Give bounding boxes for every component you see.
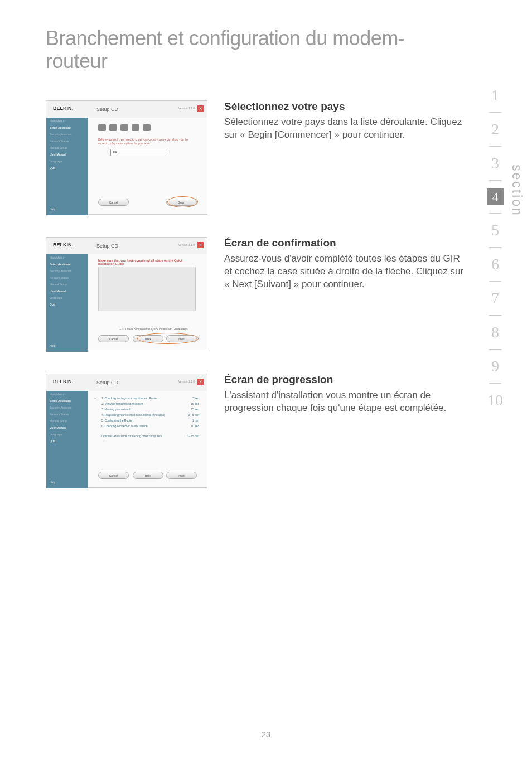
sidebar-manual-setup-2[interactable]: Manual Setup (46, 281, 88, 288)
sidebar-security-assistant[interactable]: Security Assistant (46, 131, 88, 138)
sidebar-help-2[interactable]: Help (50, 344, 55, 347)
sidebar-user-manual-2[interactable]: User Manual (46, 288, 88, 294)
progress-item-6: 6. Checking connection to the internet10… (101, 424, 199, 428)
close-icon-2[interactable]: X (197, 242, 204, 248)
text-column-1: Sélectionnez votre pays Sélectionnez vot… (224, 100, 486, 215)
sidebar-security-assistant-2[interactable]: Security Assistant (46, 268, 88, 274)
version-label-2: Version 1.1.0 (178, 243, 195, 246)
section-row-1: BELKIN. Setup CD Version 1.1.0 X Main Me… (46, 100, 486, 215)
heading-2: Écran de confirmation (224, 237, 470, 249)
cancel-button-3[interactable]: Cancel (98, 472, 129, 479)
progress-label-1: 1. Checking settings on computer and Rou… (101, 396, 157, 400)
sidebar-network-status[interactable]: Network Status (46, 138, 88, 144)
sidebar-setup-assistant[interactable]: Setup Assistant (46, 124, 88, 131)
country-dropdown[interactable]: UK (110, 149, 166, 156)
sidebar-manual-setup-3[interactable]: Manual Setup (46, 418, 88, 424)
heading-3: Écran de progression (224, 374, 470, 386)
close-icon-3[interactable]: X (197, 379, 204, 385)
sidebar-main-menu-2[interactable]: Main Menu > (46, 254, 88, 261)
nav-10[interactable]: 10 (487, 391, 503, 409)
nav-sep (489, 315, 501, 316)
nav-3[interactable]: 3 (491, 154, 499, 172)
cancel-button-2[interactable]: Cancel (98, 335, 129, 342)
title-line-1: Branchement et configuration du modem- (46, 27, 404, 50)
cloud-icon (132, 124, 139, 131)
close-icon[interactable]: X (197, 105, 204, 112)
nav-sep (489, 180, 501, 181)
progress-label-5: 5. Configuring the Router (101, 419, 133, 422)
screenshot-progress: BELKIN. Setup CD Version 1.1.0 X Main Me… (46, 374, 207, 488)
highlight-circle-begin (167, 196, 198, 207)
progress-label-6: 6. Checking connection to the internet (101, 424, 148, 428)
sidebar-main-menu[interactable]: Main Menu > (46, 118, 88, 124)
progress-label-3: 3. Naming your network (101, 408, 131, 411)
progress-time-2: 15 sec (191, 402, 199, 405)
progress-time-3: 15 sec (191, 408, 199, 411)
section-row-2: BELKIN. Setup CD Version 1.1.0 X Main Me… (46, 237, 486, 351)
brand-label-3: BELKIN. (53, 379, 73, 384)
sidebar-language[interactable]: Language (46, 158, 88, 164)
version-label-3: Version 1.1.0 (178, 380, 195, 383)
sidebar-security-assistant-3[interactable]: Security Assistant (46, 404, 88, 411)
nav-8[interactable]: 8 (491, 323, 499, 341)
sidebar-main-menu-3[interactable]: Main Menu > (46, 391, 88, 398)
sidebar-quit-2[interactable]: Quit (46, 301, 88, 308)
confirm-instruction: Make sure that you have completed all st… (98, 259, 197, 265)
sidebar-setup-assistant-2[interactable]: Setup Assistant (46, 261, 88, 268)
sidebar-network-status-3[interactable]: Network Status (46, 411, 88, 418)
header-label: Setup CD (96, 107, 118, 112)
heading-1: Sélectionnez votre pays (224, 100, 470, 113)
nav-sep (489, 349, 501, 350)
sidebar-quit-3[interactable]: Quit (46, 438, 88, 444)
nav-9[interactable]: 9 (491, 357, 499, 375)
progress-item-4: 4. Requesting your internet account info… (101, 413, 199, 417)
sidebar-setup-assistant-3[interactable]: Setup Assistant (46, 398, 88, 404)
nav-1[interactable]: 1 (491, 86, 499, 104)
screenshot-confirm: BELKIN. Setup CD Version 1.1.0 X Main Me… (46, 237, 207, 351)
back-button-3[interactable]: Back (133, 472, 163, 479)
brand-label-2: BELKIN. (53, 242, 73, 248)
sidebar-help-3[interactable]: Help (50, 481, 55, 484)
progress-item-3: 3. Naming your network15 sec (101, 408, 199, 411)
sidebar-language-3[interactable]: Language (46, 431, 88, 438)
progress-list: 1. Checking settings on computer and Rou… (101, 396, 199, 440)
cancel-button[interactable]: Cancel (98, 199, 129, 206)
progress-item-1: 1. Checking settings on computer and Rou… (101, 396, 199, 400)
page-title: Branchement et configuration du modem- r… (46, 27, 404, 73)
screenshot-main-2: Make sure that you have completed all st… (88, 254, 207, 351)
router-icon (109, 124, 117, 131)
next-button-3[interactable]: Next (166, 472, 197, 479)
screenshot-main-3: → 1. Checking settings on computer and R… (88, 391, 207, 487)
confirm-checkbox-label[interactable]: → ☑ I have completed all Quick Installat… (119, 327, 188, 331)
nav-sep (489, 281, 501, 282)
sidebar-user-manual[interactable]: User Manual (46, 151, 88, 158)
progress-time-6: 10 sec (191, 424, 199, 428)
sidebar-user-manual-3[interactable]: User Manual (46, 424, 88, 431)
section-nav: 1 2 3 4 5 6 7 8 9 10 (478, 86, 512, 409)
progress-label-2: 2. Verifying hardware connections (101, 402, 143, 405)
sidebar-help[interactable]: Help (50, 207, 55, 211)
nav-6[interactable]: 6 (491, 255, 499, 273)
sidebar-language-2[interactable]: Language (46, 294, 88, 301)
progress-time-1: 3 sec (192, 396, 199, 400)
nav-5[interactable]: 5 (491, 221, 499, 239)
nav-sep (489, 112, 501, 113)
progress-item-2: 2. Verifying hardware connections15 sec (101, 402, 199, 405)
arrow-indicator-icon: → (94, 396, 96, 400)
country-instruction: Before you begin, we need to know your c… (98, 138, 197, 145)
nav-sep (489, 146, 501, 147)
modem-icon (120, 124, 128, 131)
progress-optional-time: 0 - 15 min (187, 434, 199, 438)
section-row-3: BELKIN. Setup CD Version 1.1.0 X Main Me… (46, 374, 486, 488)
header-label-2: Setup CD (96, 243, 118, 249)
sidebar-quit[interactable]: Quit (46, 164, 88, 171)
sidebar-manual-setup[interactable]: Manual Setup (46, 144, 88, 151)
body-1: Sélectionnez votre pays dans la liste dé… (224, 116, 470, 142)
nav-2[interactable]: 2 (491, 120, 499, 138)
brand-label: BELKIN. (53, 105, 73, 111)
nav-4[interactable]: 4 (487, 188, 504, 205)
nav-7[interactable]: 7 (491, 289, 499, 307)
progress-time-4: 0 - 5 min (188, 413, 199, 417)
sidebar-network-status-2[interactable]: Network Status (46, 274, 88, 281)
device-icons (98, 122, 165, 133)
